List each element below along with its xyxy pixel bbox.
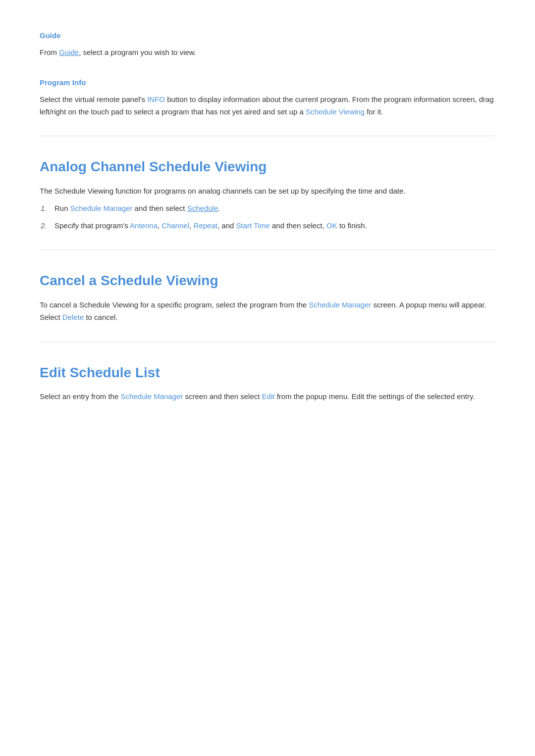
antenna-link[interactable]: Antenna <box>130 221 158 230</box>
guide-body-prefix: From <box>40 48 59 56</box>
program-info-suffix: for it. <box>365 107 383 116</box>
cancel-prefix: To cancel a Schedule Viewing for a speci… <box>40 301 309 309</box>
edit-schedule-body: Select an entry from the Schedule Manage… <box>40 391 495 403</box>
analog-channel-title: Analog Channel Schedule Viewing <box>40 151 495 178</box>
cancel-schedule-title: Cancel a Schedule Viewing <box>40 265 495 292</box>
guide-link[interactable]: Guide <box>59 48 79 56</box>
edit-schedule-title: Edit Schedule List <box>40 357 495 384</box>
step-1: 1. Run Schedule Manager and then select … <box>54 202 495 215</box>
cancel-suffix: to cancel. <box>84 313 117 321</box>
schedule-link-1[interactable]: Schedule <box>187 204 218 212</box>
program-info-section: Program Info Select the virtual remote p… <box>40 77 495 118</box>
step-1-middle: and then select <box>133 204 187 212</box>
analog-channel-body: The Schedule Viewing function for progra… <box>40 185 495 198</box>
edit-middle: screen and then select <box>183 392 262 401</box>
step-2-num: 2. <box>41 220 47 232</box>
step-1-prefix: Run <box>54 204 70 212</box>
step-2-sep3: , and <box>217 221 236 230</box>
guide-section: Guide From Guide, select a program you w… <box>40 30 495 59</box>
start-time-link[interactable]: Start Time <box>236 221 269 230</box>
program-info-prefix: Select the virtual remote panel's <box>40 95 147 103</box>
program-info-title: Program Info <box>40 77 495 89</box>
guide-body-suffix: , select a program you wish to view. <box>79 48 196 56</box>
edit-link[interactable]: Edit <box>262 392 275 401</box>
delete-link[interactable]: Delete <box>62 313 84 321</box>
step-2-suffix: and then select, <box>270 221 326 230</box>
schedule-manager-link-2[interactable]: Schedule Manager <box>309 301 371 309</box>
guide-title: Guide <box>40 30 495 42</box>
schedule-manager-link-1[interactable]: Schedule Manager <box>70 204 133 212</box>
step-2-sep2: , <box>189 221 193 230</box>
edit-schedule-section: Edit Schedule List Select an entry from … <box>40 342 495 403</box>
schedule-viewing-link[interactable]: Schedule Viewing <box>306 107 365 116</box>
repeat-link[interactable]: Repeat <box>194 221 217 230</box>
channel-link[interactable]: Channel <box>161 221 189 230</box>
schedule-manager-link-3[interactable]: Schedule Manager <box>120 392 183 401</box>
program-info-body: Select the virtual remote panel's INFO b… <box>40 94 495 118</box>
cancel-schedule-section: Cancel a Schedule Viewing To cancel a Sc… <box>40 250 495 323</box>
step-2-prefix: Specify that program's <box>54 221 130 230</box>
step-2-end: to finish. <box>337 221 367 230</box>
step-2: 2. Specify that program's Antenna, Chann… <box>54 220 495 232</box>
analog-channel-steps: 1. Run Schedule Manager and then select … <box>40 202 495 232</box>
cancel-schedule-body: To cancel a Schedule Viewing for a speci… <box>40 299 495 324</box>
ok-link[interactable]: OK <box>326 221 337 230</box>
step-1-suffix: . <box>218 204 220 212</box>
step-1-num: 1. <box>41 202 47 215</box>
guide-body: From Guide, select a program you wish to… <box>40 47 495 59</box>
edit-suffix: from the popup menu. Edit the settings o… <box>274 392 475 401</box>
info-link[interactable]: INFO <box>147 95 165 103</box>
analog-channel-section: Analog Channel Schedule Viewing The Sche… <box>40 136 495 232</box>
edit-prefix: Select an entry from the <box>40 392 120 401</box>
